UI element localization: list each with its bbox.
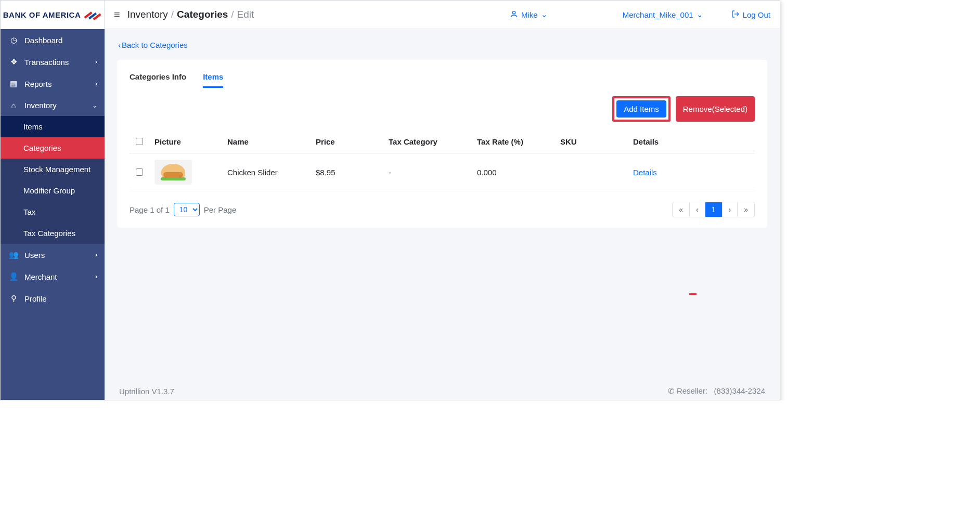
chevron-right-icon: › (95, 80, 97, 87)
sidebar-item-label: Stock Management (23, 165, 91, 174)
breadcrumb-leaf: Edit (237, 9, 254, 20)
sidebar-item-label: Modifier Group (23, 186, 75, 195)
breadcrumb-sep: / (231, 9, 234, 20)
svg-point-0 (512, 11, 515, 14)
sidebar-item-tax-categories[interactable]: Tax Categories (1, 223, 105, 244)
phone-icon: ✆ (668, 386, 675, 395)
details-link[interactable]: Details (633, 168, 657, 177)
tab-categories-info[interactable]: Categories Info (130, 70, 186, 88)
content-area: ‹ Back to Categories Categories Info Ite… (105, 29, 780, 400)
breadcrumb-sep: / (171, 9, 174, 20)
cell-tax-rate: 0.000 (473, 153, 556, 191)
home-icon: ⌂ (9, 101, 18, 110)
remove-selected-button[interactable]: Remove(Selected) (676, 96, 755, 122)
sidebar-nav: ◷ Dashboard ❖ Transactions › ▦ Reports ›… (1, 29, 105, 309)
sidebar-item-label: Tax (23, 207, 35, 216)
merchant-name: Merchant_Mike_001 (623, 10, 693, 19)
sidebar-item-label: Dashboard (24, 36, 62, 45)
main-area: ≡ Inventory / Categories / Edit Mike ⌄ M… (105, 1, 780, 400)
page-next[interactable]: › (723, 202, 738, 217)
chevron-down-icon: ⌄ (541, 10, 548, 19)
gauge-icon: ◷ (9, 35, 18, 45)
sidebar-item-tax[interactable]: Tax (1, 201, 105, 223)
logout-link[interactable]: Log Out (731, 10, 770, 20)
tab-items[interactable]: Items (203, 70, 223, 88)
back-to-categories-link[interactable]: ‹ Back to Categories (118, 41, 767, 49)
col-picture: Picture (150, 130, 223, 153)
page-prev[interactable]: ‹ (690, 202, 705, 217)
col-tax-category: Tax Category (384, 130, 473, 153)
chevron-down-icon: ⌄ (697, 10, 703, 19)
sidebar-item-categories[interactable]: Categories (1, 137, 105, 159)
cell-sku (556, 153, 629, 191)
cell-price: $8.95 (312, 153, 384, 191)
sidebar-item-label: Users (24, 251, 45, 259)
sidebar-item-transactions[interactable]: ❖ Transactions › (1, 51, 105, 73)
chevron-down-icon: ⌄ (92, 102, 97, 109)
col-name: Name (223, 130, 312, 153)
footer: Uptrillion V1.3.7 ✆ Reseller: (833)344-2… (117, 381, 767, 400)
row-checkbox[interactable] (136, 168, 143, 176)
reseller-phone: (833)344-2324 (714, 386, 765, 395)
sidebar-item-label: Profile (24, 294, 47, 303)
items-table: Picture Name Price Tax Category Tax Rate… (130, 130, 755, 191)
per-page-label: Per Page (204, 205, 237, 214)
pager: Page 1 of 1 10 Per Page « ‹ 1 › » (130, 202, 755, 217)
chevron-right-icon: › (95, 273, 97, 280)
sidebar-item-dashboard[interactable]: ◷ Dashboard (1, 29, 105, 51)
user-name: Mike (521, 10, 538, 19)
sidebar-item-label: Tax Categories (23, 229, 75, 238)
chevron-right-icon: › (95, 251, 97, 258)
brand-flag-icon (84, 9, 101, 21)
sidebar-item-label: Transactions (24, 58, 69, 67)
sidebar-item-label: Items (23, 122, 43, 131)
action-bar: Add Items Remove(Selected) (130, 96, 755, 122)
sidebar-item-merchant[interactable]: 👤 Merchant › (1, 266, 105, 288)
coins-icon: ❖ (9, 57, 18, 67)
category-card: Categories Info Items Add Items Remove(S… (117, 60, 767, 228)
pagination: « ‹ 1 › » (672, 202, 755, 217)
profile-icon: ⚲ (9, 294, 18, 303)
version-text: Uptrillion V1.3.7 (119, 387, 174, 396)
menu-toggle-icon[interactable]: ≡ (114, 9, 120, 21)
topbar: ≡ Inventory / Categories / Edit Mike ⌄ M… (105, 1, 780, 29)
back-link-label: Back to Categories (122, 41, 188, 49)
page-size-select[interactable]: 10 (174, 203, 200, 216)
reseller-label: Reseller: (677, 386, 707, 395)
col-tax-rate: Tax Rate (%) (473, 130, 556, 153)
tabs: Categories Info Items (130, 70, 755, 88)
cell-name: Chicken Slider (223, 153, 312, 191)
col-price: Price (312, 130, 384, 153)
sidebar-item-modifier-group[interactable]: Modifier Group (1, 180, 105, 201)
reseller-info: ✆ Reseller: (833)344-2324 (668, 386, 765, 396)
user-menu[interactable]: Mike ⌄ (510, 10, 548, 20)
sidebar-item-profile[interactable]: ⚲ Profile (1, 288, 105, 309)
col-details: Details (629, 130, 755, 153)
sidebar-item-label: Merchant (24, 272, 57, 281)
page-1[interactable]: 1 (705, 202, 723, 217)
col-sku: SKU (556, 130, 629, 153)
app-window: BANK OF AMERICA ◷ Dashboard ❖ Transactio… (0, 0, 780, 400)
page-last[interactable]: » (738, 202, 754, 217)
chevron-left-icon: ‹ (118, 41, 121, 49)
sidebar-item-label: Reports (24, 80, 52, 88)
sidebar-item-stock-management[interactable]: Stock Management (1, 159, 105, 180)
table-icon: ▦ (9, 79, 18, 88)
table-row: Chicken Slider $8.95 - 0.000 Details (130, 153, 755, 191)
brand-logo: BANK OF AMERICA (1, 1, 105, 29)
sidebar-item-inventory[interactable]: ⌂ Inventory ⌄ (1, 95, 105, 116)
sidebar-item-items[interactable]: Items (1, 116, 105, 137)
sidebar: BANK OF AMERICA ◷ Dashboard ❖ Transactio… (1, 1, 105, 400)
logout-label: Log Out (743, 10, 770, 19)
users-icon: 👥 (9, 250, 18, 259)
select-all-checkbox[interactable] (136, 138, 143, 145)
breadcrumb-mid[interactable]: Categories (177, 9, 228, 20)
sidebar-item-users[interactable]: 👥 Users › (1, 244, 105, 266)
page-first[interactable]: « (673, 202, 690, 217)
annotation-mark (689, 293, 697, 295)
sidebar-item-reports[interactable]: ▦ Reports › (1, 73, 105, 95)
breadcrumb-root[interactable]: Inventory (127, 9, 168, 20)
add-items-button[interactable]: Add Items (616, 100, 666, 118)
sidebar-item-label: Categories (23, 144, 61, 152)
merchant-menu[interactable]: Merchant_Mike_001 ⌄ (623, 10, 703, 19)
